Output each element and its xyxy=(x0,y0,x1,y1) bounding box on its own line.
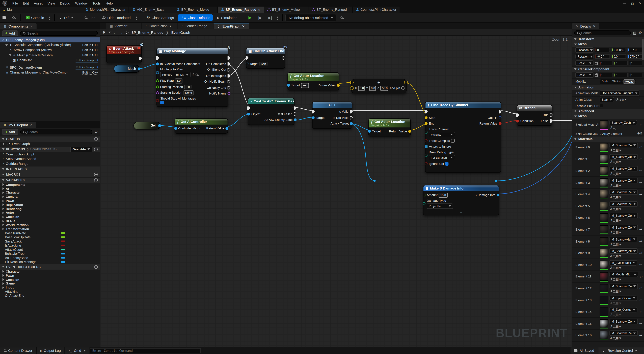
exec-pin-out[interactable] xyxy=(294,106,297,110)
pin-value-input[interactable]: 0.0 xyxy=(184,84,191,89)
axis-value-x[interactable]: 1.0 xyxy=(599,73,613,77)
revert-icon[interactable]: ↩ xyxy=(639,157,642,161)
find-button[interactable]: Find xyxy=(82,14,98,21)
node-call-on-attack-end[interactable]: ▣Call On Attack EndTargetself✉ xyxy=(246,48,285,69)
edit-link[interactable]: Edit in C++ xyxy=(82,71,98,75)
checker-icon[interactable]: ▦ xyxy=(616,196,619,199)
chevron-down-icon[interactable] xyxy=(619,161,622,163)
exec-pin-out[interactable] xyxy=(228,62,230,66)
material-dropdown[interactable]: M_Eye_Occlus xyxy=(610,295,638,301)
revert-icon[interactable]: ↩ xyxy=(640,274,642,278)
component-row-arrow[interactable]: ↖Arrow Component (Arrow)Edit in C++ xyxy=(0,48,100,53)
material-dropdown[interactable]: M_Sparrow_Ze xyxy=(610,284,638,289)
axis-value-z[interactable]: 1.0 xyxy=(629,61,642,65)
pin-value-input[interactable]: 1.0 xyxy=(175,79,182,83)
browse-asset-icon[interactable] xyxy=(613,278,615,281)
close-icon[interactable]: ✕ xyxy=(593,25,595,28)
yellow-pin-out[interactable] xyxy=(404,81,408,84)
teal-pin-in[interactable] xyxy=(422,202,426,205)
blue-pin-out[interactable] xyxy=(294,119,297,121)
disable-post-process-checkbox[interactable] xyxy=(600,104,603,107)
pin-value-input[interactable]: None xyxy=(184,91,194,95)
menu-help[interactable]: Help xyxy=(103,0,115,6)
component-row-mesh[interactable]: ☠Mesh (CharacterMesh0)Edit in C++ xyxy=(0,53,100,58)
variable-category-actor[interactable]: Actor xyxy=(0,211,100,215)
axis-value-x[interactable]: -0.0 ° xyxy=(595,54,610,59)
section-caret-icon[interactable] xyxy=(2,266,4,268)
use-asset-icon[interactable]: ↺ xyxy=(610,290,612,293)
pin-dropdown[interactable]: Projectile xyxy=(427,203,453,209)
use-asset-icon[interactable]: ↺ xyxy=(610,231,612,234)
material-dropdown[interactable]: M_Sparrow_Ze xyxy=(610,166,638,171)
material-thumbnail[interactable] xyxy=(600,284,608,292)
material-dropdown[interactable]: M_Sparrow_Ze xyxy=(610,331,638,336)
checker-icon[interactable]: ▦ xyxy=(616,207,619,211)
section-caret-icon[interactable] xyxy=(2,174,4,175)
browse-asset-icon[interactable] xyxy=(613,196,615,199)
tab-components[interactable]: ▦Components✕ xyxy=(0,23,36,29)
menu-edit[interactable]: Edit xyxy=(20,0,31,6)
browse-asset-icon[interactable] xyxy=(613,325,615,328)
material-thumbnail[interactable] xyxy=(600,319,608,328)
revert-icon[interactable]: ↩ xyxy=(639,98,642,102)
graph-tab-getidealrange[interactable]: ƒGetIdealRange xyxy=(178,23,213,29)
teal-pin-in[interactable] xyxy=(425,131,428,134)
doc-tab-morigeshpl-rcharacter[interactable]: MorigeshPl...rCharacter xyxy=(82,7,129,13)
use-asset-icon[interactable]: ↺ xyxy=(610,278,612,281)
mobility-option-movab[interactable]: Movab xyxy=(623,79,636,84)
doc-tab-aic-enemy-base[interactable]: AIC_Enemy_Base xyxy=(129,7,174,13)
browse-button[interactable] xyxy=(10,15,17,20)
variable-category-camera[interactable]: Camera xyxy=(0,195,100,199)
section-caret-icon[interactable] xyxy=(574,87,577,88)
edit-link[interactable]: Edit in C++ xyxy=(82,53,98,57)
exec-pin-out[interactable] xyxy=(550,119,553,123)
browse-asset-icon[interactable] xyxy=(618,99,621,101)
close-button[interactable]: ✕ xyxy=(639,2,642,5)
breadcrumb-leaf[interactable]: EventGraph xyxy=(171,30,190,34)
axis-value-z[interactable]: -97.0 xyxy=(627,48,642,52)
add-icon[interactable]: + xyxy=(94,265,98,269)
material-thumbnail[interactable] xyxy=(600,213,608,222)
use-asset-icon[interactable]: ↺ xyxy=(610,196,612,199)
navy-pin-out[interactable] xyxy=(498,116,502,119)
nav-forward-icon[interactable]: → xyxy=(119,30,123,34)
minimize-button[interactable]: — xyxy=(623,2,626,5)
browse-asset-icon[interactable] xyxy=(613,337,615,340)
blue-pin-out[interactable] xyxy=(158,124,161,127)
component-row-character[interactable]: ⑃Character Movement (CharMoveComp)Edit i… xyxy=(0,70,100,75)
material-dropdown[interactable]: M_Sparrow_Ze xyxy=(610,225,638,230)
section-caret-icon[interactable] xyxy=(2,138,4,140)
nav-back-icon[interactable]: ← xyxy=(113,30,117,34)
checker-icon[interactable]: ▦ xyxy=(616,219,619,223)
yellow-pin-in[interactable] xyxy=(350,81,354,84)
node-play-montage[interactable]: ▣Play MontageIn Skeletal Mesh ComponentM… xyxy=(156,48,228,107)
revert-icon[interactable]: ↩ xyxy=(639,204,642,208)
chevron-down-icon[interactable] xyxy=(619,279,622,280)
axis-value-input[interactable]: 0.0 xyxy=(358,86,365,91)
variable-category-ai[interactable]: AI xyxy=(0,187,100,191)
exec-pin-out[interactable] xyxy=(294,112,297,116)
pin-checkbox[interactable] xyxy=(451,139,454,143)
component-row-bp_enemy_ranged[interactable]: ☺BP_Enemy_Ranged (Self) xyxy=(0,38,100,43)
delete-icon[interactable]: ⍔ xyxy=(640,132,642,135)
blue-pin-in[interactable] xyxy=(312,116,314,119)
use-asset-icon[interactable]: ↺ xyxy=(610,207,612,211)
yellow-pin-in2[interactable] xyxy=(350,87,354,90)
use-asset-icon[interactable]: ↺ xyxy=(610,126,612,130)
material-dropdown[interactable]: M_Sparrow_Ze xyxy=(610,143,638,148)
all-saved-button[interactable]: All Saved xyxy=(570,347,598,354)
redpin-pin-out[interactable] xyxy=(498,122,502,125)
variable-category-replication[interactable]: Replication xyxy=(0,203,100,207)
material-dropdown[interactable]: M_Sparrow_Ze xyxy=(610,201,638,207)
hide-unrelated-button[interactable]: Hide Unrelated xyxy=(100,14,133,21)
blue-pin-in[interactable] xyxy=(287,84,290,87)
browse-asset-icon[interactable] xyxy=(613,243,615,246)
debug-browse-button[interactable] xyxy=(338,15,346,20)
dispatcher-category-game[interactable]: Game xyxy=(0,281,100,285)
pin-dropdown[interactable]: Primary_Fire_Me xyxy=(160,72,190,77)
variable-category-pawn[interactable]: Pawn xyxy=(0,199,100,203)
revert-icon[interactable]: ↩ xyxy=(639,227,642,231)
exec-pin-out[interactable] xyxy=(350,110,353,114)
bookmark-icon[interactable]: ⚑ xyxy=(103,30,106,34)
section-caret-icon[interactable] xyxy=(574,68,577,70)
